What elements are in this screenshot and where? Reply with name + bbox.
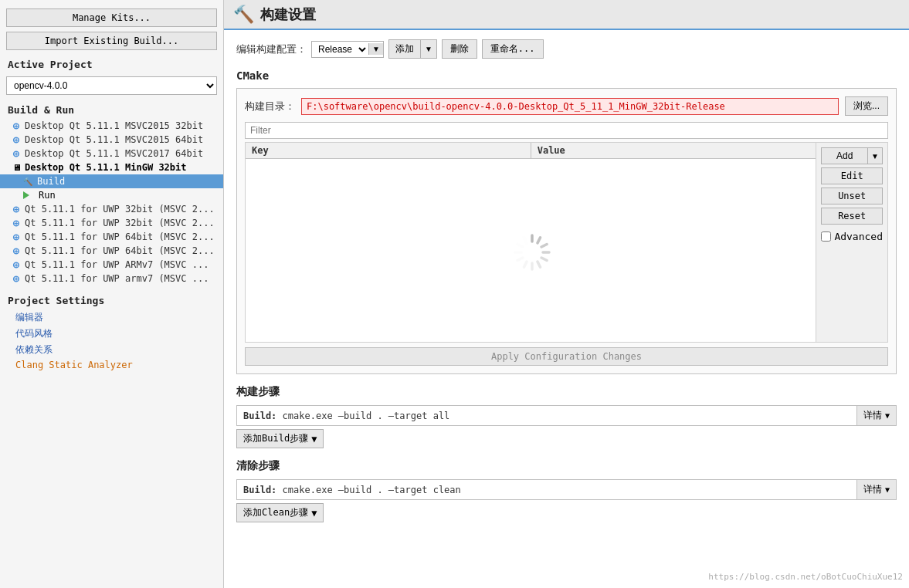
sidebar-item-kit9[interactable]: Qt 5.11.1 for UWP ARMv7 (MSVC ... xyxy=(0,258,223,272)
cmake-key-header: Key xyxy=(246,143,531,158)
main-header: 🔨 构建设置 xyxy=(224,0,909,30)
monitor-icon xyxy=(11,162,22,173)
clean-steps-section: 清除步骤 Build: cmake.exe —build . —target c… xyxy=(236,459,897,522)
clean-step-details-button[interactable]: 详情 ▼ xyxy=(856,480,896,499)
active-project-select[interactable]: opencv-4.0.0 xyxy=(6,76,217,95)
import-build-button[interactable]: Import Existing Build... xyxy=(6,32,217,50)
advanced-label: Advanced xyxy=(834,231,883,242)
add-step-arrow-icon: ▼ xyxy=(311,434,317,444)
kit-label: Qt 5.11.1 for UWP 32bit (MSVC 2... xyxy=(25,204,215,215)
project-settings-title: Project Settings xyxy=(0,286,223,309)
svg-line-4 xyxy=(541,258,547,261)
kit-label: Qt 5.11.1 for UWP armv7 (MSVC ... xyxy=(25,273,209,284)
build-step-details-button[interactable]: 详情 ▼ xyxy=(856,406,896,425)
cmake-add-arrow-button[interactable]: ▼ xyxy=(867,147,883,164)
clean-steps-title: 清除步骤 xyxy=(236,459,897,473)
add-build-step-button[interactable]: 添加Build步骤 ▼ xyxy=(236,429,324,448)
plus-icon xyxy=(11,120,22,131)
cmake-unset-button[interactable]: Unset xyxy=(821,188,883,204)
cmake-table-body xyxy=(246,159,816,342)
details-arrow-icon: ▼ xyxy=(885,411,890,420)
cmake-edit-button[interactable]: Edit xyxy=(821,167,883,184)
cmake-filter-input[interactable] xyxy=(245,122,888,139)
kit-label: Qt 5.11.1 for UWP 64bit (MSVC 2... xyxy=(25,245,215,256)
svg-line-2 xyxy=(541,244,547,247)
cmake-table-area: Key Value xyxy=(245,142,888,343)
loading-spinner xyxy=(514,234,548,268)
active-project-title: Active Project xyxy=(0,52,223,73)
plus-icon xyxy=(11,231,22,242)
cmake-reset-button[interactable]: Reset xyxy=(821,208,883,225)
clean-step-command: cmake.exe —build . —target clean xyxy=(283,485,461,495)
sidebar-item-kit4[interactable]: Desktop Qt 5.11.1 MinGW 32bit xyxy=(0,161,223,174)
page-title: 构建设置 xyxy=(260,5,316,24)
add-config-btn-group: 添加 ▼ xyxy=(388,39,437,59)
build-run-title: Build & Run xyxy=(0,98,223,119)
build-label: Build xyxy=(37,176,65,187)
add-config-main-button[interactable]: 添加 xyxy=(388,39,420,59)
add-clean-arrow-icon: ▼ xyxy=(311,508,317,519)
build-config-row: 编辑构建配置： Release Debug ▼ 添加 ▼ 删除 重命名... xyxy=(236,39,897,59)
config-dropdown-arrow[interactable]: ▼ xyxy=(368,43,383,55)
details-arrow-icon-2: ▼ xyxy=(885,485,890,494)
sidebar-item-kit1[interactable]: Desktop Qt 5.11.1 MSVC2015 32bit xyxy=(0,119,223,133)
delete-config-button[interactable]: 删除 xyxy=(442,39,477,59)
build-step-label: Build: xyxy=(243,411,276,421)
config-select[interactable]: Release Debug xyxy=(312,42,368,57)
sidebar-item-editor[interactable]: 编辑器 xyxy=(0,309,223,326)
advanced-checkbox[interactable] xyxy=(821,231,831,242)
clean-step-content: Build: cmake.exe —build . —target clean xyxy=(237,481,856,499)
build-steps-title: 构建步骤 xyxy=(236,385,897,399)
svg-line-1 xyxy=(538,237,541,242)
add-clean-step-button[interactable]: 添加Clean步骤 ▼ xyxy=(236,503,324,522)
kit-label: Desktop Qt 5.11.1 MinGW 32bit xyxy=(25,162,187,173)
sidebar-item-kit2[interactable]: Desktop Qt 5.11.1 MSVC2015 64bit xyxy=(0,133,223,147)
sidebar-item-clang[interactable]: Clang Static Analyzer xyxy=(0,358,223,372)
sidebar-item-run[interactable]: Run xyxy=(0,188,223,202)
sidebar: Manage Kits... Import Existing Build... … xyxy=(0,0,224,588)
browse-button[interactable]: 浏览... xyxy=(845,96,888,116)
advanced-row: Advanced xyxy=(821,231,883,242)
kit-label: Desktop Qt 5.11.1 MSVC2017 64bit xyxy=(25,148,203,159)
build-step-row: Build: cmake.exe —build . —target all 详情… xyxy=(236,405,897,426)
rename-config-button[interactable]: 重命名... xyxy=(482,39,544,59)
hammer-header-icon: 🔨 xyxy=(233,5,254,24)
kit-label: Desktop Qt 5.11.1 MSVC2015 32bit xyxy=(25,120,203,131)
plus-icon xyxy=(11,148,22,159)
cmake-add-main-button[interactable]: Add xyxy=(821,147,867,164)
manage-kits-button[interactable]: Manage Kits... xyxy=(6,8,217,27)
cmake-box: 构建目录： 浏览... Key Value xyxy=(236,88,897,374)
add-config-arrow-button[interactable]: ▼ xyxy=(420,39,437,59)
build-step-content: Build: cmake.exe —build . —target all xyxy=(237,407,856,425)
cmake-val-header: Value xyxy=(531,143,816,158)
svg-line-8 xyxy=(517,258,523,261)
build-steps-section: 构建步骤 Build: cmake.exe —build . —target a… xyxy=(236,385,897,448)
plus-icon xyxy=(11,245,22,256)
sidebar-item-kit3[interactable]: Desktop Qt 5.11.1 MSVC2017 64bit xyxy=(0,147,223,161)
build-config-label: 编辑构建配置： xyxy=(236,42,307,56)
sidebar-item-build[interactable]: Build xyxy=(0,174,223,188)
main-panel: 🔨 构建设置 编辑构建配置： Release Debug ▼ 添加 ▼ 删除 重… xyxy=(224,0,909,588)
sidebar-item-kit6[interactable]: Qt 5.11.1 for UWP 32bit (MSVC 2... xyxy=(0,216,223,230)
build-step-command: cmake.exe —build . —target all xyxy=(283,411,450,421)
plus-icon xyxy=(11,134,22,145)
sidebar-item-dependencies[interactable]: 依赖关系 xyxy=(0,342,223,358)
sidebar-item-kit8[interactable]: Qt 5.11.1 for UWP 64bit (MSVC 2... xyxy=(0,244,223,258)
svg-line-5 xyxy=(538,262,541,267)
build-dir-row: 构建目录： 浏览... xyxy=(245,96,888,116)
build-dir-label: 构建目录： xyxy=(245,100,295,113)
sidebar-item-kit10[interactable]: Qt 5.11.1 for UWP armv7 (MSVC ... xyxy=(0,272,223,286)
clean-step-label: Build: xyxy=(243,485,276,495)
config-select-wrap: Release Debug ▼ xyxy=(311,41,384,58)
active-project-dropdown-row: opencv-4.0.0 xyxy=(0,73,223,98)
sidebar-item-kit5[interactable]: Qt 5.11.1 for UWP 32bit (MSVC 2... xyxy=(0,202,223,216)
main-body: 编辑构建配置： Release Debug ▼ 添加 ▼ 删除 重命名... C… xyxy=(224,30,909,588)
cmake-add-btn-group: Add ▼ xyxy=(821,147,883,164)
kit-label: Qt 5.11.1 for UWP 64bit (MSVC 2... xyxy=(25,231,215,242)
sidebar-item-kit7[interactable]: Qt 5.11.1 for UWP 64bit (MSVC 2... xyxy=(0,230,223,244)
svg-line-10 xyxy=(517,244,523,247)
apply-config-button[interactable]: Apply Configuration Changes xyxy=(245,347,888,366)
build-dir-input[interactable] xyxy=(301,98,839,115)
clean-step-row: Build: cmake.exe —build . —target clean … xyxy=(236,479,897,500)
sidebar-item-code-style[interactable]: 代码风格 xyxy=(0,326,223,342)
